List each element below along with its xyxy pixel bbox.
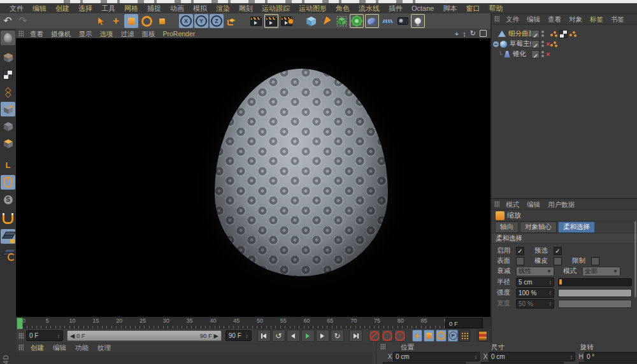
soft-selection-section-header[interactable]: 柔和选择 bbox=[492, 233, 637, 244]
material-manager-menu-item[interactable]: 纹理 bbox=[93, 342, 115, 353]
viewport-solo-button[interactable]: S bbox=[1, 192, 15, 207]
rotation-h-field[interactable]: 0 °↕ bbox=[584, 352, 637, 361]
viewport-menu-item[interactable]: ProRender bbox=[159, 29, 199, 39]
menu-item[interactable]: 创建 bbox=[51, 3, 74, 13]
menu-item[interactable]: 雕刻 bbox=[234, 3, 257, 13]
panel-grip[interactable] bbox=[18, 333, 24, 339]
material-list-area[interactable] bbox=[16, 353, 373, 364]
keying-settings-button[interactable] bbox=[476, 330, 490, 342]
tab-soft-selection[interactable]: 柔和选择 bbox=[558, 221, 595, 233]
visibility-dots[interactable] bbox=[541, 51, 544, 57]
tab-axis[interactable]: 轴向 bbox=[495, 221, 519, 233]
enable-axis-button[interactable]: L bbox=[1, 158, 15, 172]
menu-item[interactable]: 文件 bbox=[5, 3, 28, 13]
lock-workplane-button[interactable] bbox=[1, 229, 15, 244]
record-rotation-toggle[interactable] bbox=[436, 330, 447, 342]
add-camera-button[interactable] bbox=[396, 14, 410, 28]
enable-checkbox[interactable]: ✓ bbox=[516, 247, 524, 255]
record-pla-toggle[interactable] bbox=[459, 330, 470, 342]
coordinate-system-button[interactable] bbox=[225, 14, 239, 28]
limit-checkbox[interactable] bbox=[591, 257, 599, 265]
strength-slider[interactable] bbox=[558, 289, 632, 297]
spinner-icon[interactable]: ↕ bbox=[549, 290, 552, 296]
viewport-menu-item[interactable]: 摄像机 bbox=[47, 29, 75, 39]
enable-snap-button[interactable] bbox=[1, 212, 15, 227]
viewport-canvas[interactable] bbox=[16, 38, 490, 317]
move-tool-button[interactable]: + bbox=[109, 14, 123, 28]
phong-tag-icon[interactable] bbox=[550, 41, 557, 48]
workplane-mode-button[interactable]: ◇◇ bbox=[1, 85, 15, 99]
panel-grip[interactable] bbox=[494, 201, 499, 207]
edit-tag-icon[interactable] bbox=[531, 50, 540, 59]
panel-grip[interactable] bbox=[494, 16, 499, 22]
panel-grip[interactable] bbox=[18, 344, 24, 351]
object-manager-menu-item[interactable]: 书签 bbox=[607, 14, 628, 24]
menu-item[interactable]: Octane bbox=[407, 3, 438, 13]
add-light-button[interactable] bbox=[411, 14, 425, 28]
menu-item[interactable]: 运动跟踪 bbox=[257, 3, 294, 13]
material-manager-menu-item[interactable]: 编辑 bbox=[48, 342, 71, 353]
strength-field[interactable]: 100 %↕ bbox=[516, 288, 554, 298]
play-button[interactable] bbox=[301, 330, 315, 342]
rotate-view-icon[interactable]: ↻ bbox=[470, 29, 476, 38]
maximize-view-icon[interactable] bbox=[480, 30, 487, 37]
menu-item[interactable]: 选择 bbox=[74, 3, 97, 13]
menu-item[interactable]: 捕捉 bbox=[143, 3, 166, 13]
menu-item[interactable]: 渲染 bbox=[211, 3, 234, 13]
z-axis-lock-button[interactable]: Z bbox=[210, 14, 224, 28]
phong-tag-icon[interactable] bbox=[550, 31, 557, 38]
attribute-manager-menu-item[interactable]: 编辑 bbox=[523, 199, 544, 209]
go-to-start-button[interactable] bbox=[257, 330, 271, 342]
panel-grip[interactable] bbox=[18, 31, 24, 37]
current-frame-field[interactable]: 0 F↕ bbox=[26, 330, 63, 341]
tab-object-axis[interactable]: 对象轴心 bbox=[520, 221, 557, 233]
edit-tag-icon[interactable] bbox=[531, 30, 540, 38]
object-manager-menu-item[interactable]: 对象 bbox=[565, 14, 586, 24]
spinner-icon[interactable]: ↕ bbox=[57, 333, 61, 339]
end-frame-field[interactable]: 90 F↕ bbox=[225, 330, 252, 341]
add-generator-button[interactable] bbox=[350, 14, 364, 28]
snap-workplane-button[interactable] bbox=[1, 246, 15, 261]
menu-item[interactable]: 流水线 bbox=[354, 3, 384, 13]
add-primitive-button[interactable] bbox=[304, 14, 318, 28]
radius-field[interactable]: 5 cm↕ bbox=[516, 277, 554, 287]
record-scale-toggle[interactable] bbox=[424, 330, 434, 342]
polygons-mode-button[interactable] bbox=[1, 136, 15, 151]
record-position-toggle[interactable]: + bbox=[412, 330, 423, 342]
menu-item[interactable]: 模拟 bbox=[189, 3, 211, 13]
model-mode-button[interactable] bbox=[1, 50, 15, 65]
x-axis-lock-button[interactable]: X bbox=[179, 14, 193, 28]
preselect-checkbox[interactable]: ✓ bbox=[554, 247, 562, 255]
go-to-end-button[interactable] bbox=[349, 330, 362, 342]
menu-item[interactable]: 帮助 bbox=[484, 3, 507, 13]
add-deformer-button[interactable] bbox=[365, 14, 379, 28]
add-subdivision-surface-button[interactable] bbox=[334, 14, 348, 28]
object-manager-menu-item[interactable]: 查看 bbox=[544, 14, 565, 24]
tweak-mode-button[interactable] bbox=[1, 175, 15, 190]
viewport-menu-item[interactable]: 查看 bbox=[26, 29, 47, 39]
menu-item[interactable]: 网格 bbox=[120, 3, 143, 13]
radius-slider[interactable] bbox=[558, 278, 632, 286]
strawberry-model[interactable] bbox=[215, 69, 388, 276]
redo-button[interactable]: ↷ bbox=[16, 14, 30, 28]
spinner-icon[interactable]: ↕ bbox=[549, 279, 552, 285]
record-parameter-toggle[interactable]: P bbox=[448, 330, 459, 342]
attribute-manager-menu-item[interactable]: 用户数据 bbox=[544, 199, 578, 209]
edit-tag-icon[interactable] bbox=[531, 40, 540, 48]
menu-item[interactable]: 工具 bbox=[97, 3, 120, 13]
menu-item[interactable]: 角色 bbox=[331, 3, 354, 13]
next-key-button[interactable]: ↻ bbox=[331, 330, 344, 342]
visibility-dots[interactable] bbox=[541, 31, 544, 37]
spinner-icon[interactable]: ↕ bbox=[245, 333, 248, 339]
object-row-taper[interactable]: └ 锥化 × bbox=[492, 49, 637, 59]
rubber-checkbox[interactable] bbox=[554, 257, 562, 265]
texture-tag-icon[interactable] bbox=[559, 30, 568, 38]
menu-item[interactable]: 插件 bbox=[384, 3, 407, 13]
object-row-strawberry-body[interactable]: 草莓主体 × bbox=[492, 39, 637, 49]
material-manager-menu-item[interactable]: 功能 bbox=[71, 342, 93, 353]
live-selection-button[interactable] bbox=[94, 14, 108, 28]
edges-mode-button[interactable] bbox=[1, 119, 15, 134]
pan-view-icon[interactable]: + bbox=[455, 30, 459, 38]
selection-tag-icon[interactable] bbox=[569, 31, 576, 38]
width-field[interactable]: 50 %↕ bbox=[516, 299, 554, 309]
